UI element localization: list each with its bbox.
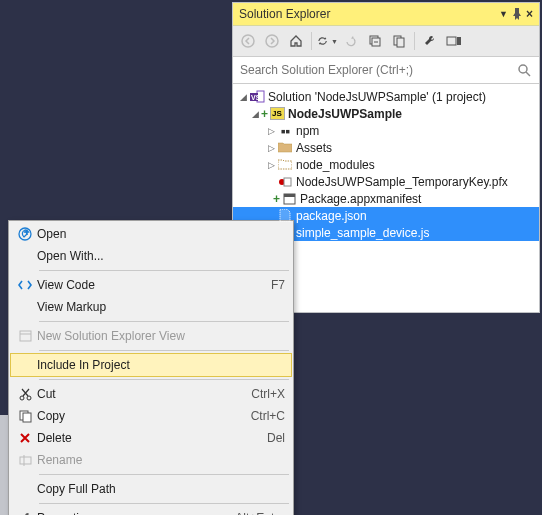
dropdown-icon[interactable]: ▼: [499, 3, 508, 25]
preview-button[interactable]: [443, 30, 465, 52]
close-icon[interactable]: ×: [526, 3, 533, 25]
pfx-node[interactable]: NodeJsUWPSample_TemporaryKey.pfx: [233, 173, 539, 190]
assets-node[interactable]: ▷ Assets: [233, 139, 539, 156]
properties-button[interactable]: [419, 30, 441, 52]
nav-forward-button[interactable]: [261, 30, 283, 52]
npm-node[interactable]: ▷ ▪▪ npm: [233, 122, 539, 139]
separator: [39, 321, 289, 322]
code-icon: [13, 279, 37, 291]
svg-point-0: [242, 35, 254, 47]
search-input[interactable]: [237, 60, 514, 80]
svg-rect-24: [20, 457, 31, 464]
tree-label: NodeJsUWPSample_TemporaryKey.pfx: [296, 175, 508, 189]
expand-icon[interactable]: ▷: [265, 160, 277, 170]
menu-include-in-project[interactable]: Include In Project: [10, 353, 292, 377]
nav-back-button[interactable]: [237, 30, 259, 52]
menu-copy[interactable]: Copy Ctrl+C: [11, 405, 291, 427]
separator: [39, 270, 289, 271]
certificate-icon: [277, 175, 293, 189]
svg-rect-23: [23, 413, 31, 422]
expand-icon[interactable]: ◢: [237, 92, 249, 102]
home-button[interactable]: [285, 30, 307, 52]
tree-label: Package.appxmanifest: [300, 192, 421, 206]
svg-rect-8: [457, 37, 461, 45]
expand-icon[interactable]: ▷: [265, 126, 277, 136]
tree-label: NodeJsUWPSample: [288, 107, 402, 121]
open-icon: [13, 227, 37, 241]
rename-icon: [13, 455, 37, 466]
solution-icon: VS: [249, 90, 265, 104]
tree-label: simple_sample_device.js: [296, 226, 429, 240]
svg-text:VS: VS: [251, 94, 261, 101]
panel-title-bar[interactable]: Solution Explorer ▼ ×: [233, 3, 539, 26]
menu-new-explorer-view: New Solution Explorer View: [11, 325, 291, 347]
separator: [39, 474, 289, 475]
tree-label: package.json: [296, 209, 367, 223]
svg-rect-18: [20, 331, 31, 341]
tree-label: Assets: [296, 141, 332, 155]
svg-rect-17: [284, 194, 295, 197]
svg-rect-6: [397, 38, 404, 47]
menu-view-code[interactable]: View Code F7: [11, 274, 291, 296]
svg-rect-7: [447, 37, 456, 45]
separator: [39, 503, 289, 504]
file-icon: [277, 209, 293, 223]
menu-view-markup[interactable]: View Markup: [11, 296, 291, 318]
panel-title-text: Solution Explorer: [239, 3, 330, 25]
pin-icon[interactable]: [512, 8, 522, 20]
separator: [39, 379, 289, 380]
expand-icon[interactable]: ◢: [249, 109, 261, 119]
tree-label: node_modules: [296, 158, 375, 172]
search-box[interactable]: [233, 57, 539, 84]
npm-icon: ▪▪: [277, 124, 293, 138]
node-modules-node[interactable]: ▷ node_modules: [233, 156, 539, 173]
tree-label: Solution 'NodeJsUWPSample' (1 project): [268, 90, 486, 104]
svg-point-20: [20, 396, 24, 400]
sync-button[interactable]: ▼: [316, 30, 338, 52]
menu-delete[interactable]: Delete Del: [11, 427, 291, 449]
toolbar: ▼: [233, 26, 539, 57]
menu-properties[interactable]: Properties Alt+Enter: [11, 507, 291, 515]
menu-open-with[interactable]: Open With...: [11, 245, 291, 267]
svg-point-21: [27, 396, 31, 400]
delete-icon: [13, 432, 37, 444]
window-icon: [13, 330, 37, 342]
svg-point-1: [266, 35, 278, 47]
svg-point-9: [519, 65, 527, 73]
js-project-icon: JS: [269, 107, 285, 121]
solution-node[interactable]: ◢ VS Solution 'NodeJsUWPSample' (1 proje…: [233, 88, 539, 105]
package-json-node[interactable]: package.json: [233, 207, 539, 224]
refresh-button[interactable]: [340, 30, 362, 52]
show-all-files-button[interactable]: [388, 30, 410, 52]
expand-icon[interactable]: ▷: [265, 143, 277, 153]
project-node[interactable]: ◢ + JS NodeJsUWPSample: [233, 105, 539, 122]
folder-icon: [277, 141, 293, 155]
menu-rename: Rename: [11, 449, 291, 471]
tree-label: npm: [296, 124, 319, 138]
search-icon[interactable]: [514, 64, 535, 77]
context-menu: Open Open With... View Code F7 View Mark…: [8, 220, 294, 515]
cut-icon: [13, 388, 37, 401]
manifest-icon: [281, 192, 297, 206]
manifest-node[interactable]: + Package.appxmanifest: [233, 190, 539, 207]
collapse-all-button[interactable]: [364, 30, 386, 52]
folder-icon: [277, 158, 293, 172]
wrench-icon: [13, 512, 37, 516]
separator: [39, 350, 289, 351]
svg-rect-15: [284, 178, 291, 186]
menu-open[interactable]: Open: [11, 223, 291, 245]
copy-icon: [13, 410, 37, 423]
svg-line-10: [526, 72, 530, 76]
menu-cut[interactable]: Cut Ctrl+X: [11, 383, 291, 405]
menu-copy-full-path[interactable]: Copy Full Path: [11, 478, 291, 500]
